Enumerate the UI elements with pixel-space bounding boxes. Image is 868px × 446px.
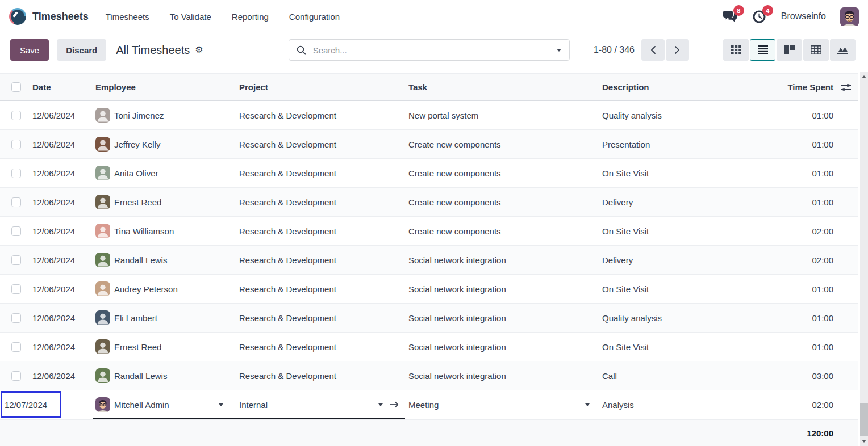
search-dropdown-toggle[interactable] — [549, 40, 569, 60]
cell-task[interactable]: Social network integration — [408, 371, 602, 381]
cell-project-editing[interactable]: Internal — [239, 400, 408, 410]
kanban-view-button[interactable] — [777, 39, 802, 61]
cell-project[interactable]: Research & Development — [239, 197, 408, 207]
cell-date[interactable]: 12/06/2024 — [28, 226, 93, 236]
cell-employee-editing[interactable]: Mitchell Admin — [93, 397, 239, 412]
row-checkbox[interactable] — [11, 169, 21, 178]
pivot-view-button[interactable] — [803, 39, 829, 61]
cell-date[interactable]: 12/06/2024 — [28, 371, 93, 381]
cell-task[interactable]: Create new components — [408, 140, 602, 149]
header-project[interactable]: Project — [239, 82, 408, 92]
task-dropdown-caret-icon[interactable] — [585, 403, 590, 406]
cell-date[interactable]: 12/06/2024 — [28, 111, 93, 120]
grid-view-button[interactable] — [723, 39, 749, 61]
cell-time-spent[interactable]: 01:00 — [777, 197, 833, 207]
scroll-up-arrow-icon[interactable] — [862, 75, 866, 78]
cell-time-spent[interactable]: 01:00 — [777, 342, 833, 352]
employee-dropdown-caret-icon[interactable] — [219, 403, 223, 406]
row-checkbox[interactable] — [11, 284, 21, 294]
cell-task-editing[interactable]: Meeting — [408, 400, 602, 410]
cell-description[interactable]: On Site Visit — [602, 169, 777, 178]
scrollbar-thumb[interactable] — [860, 403, 868, 436]
pager-next-button[interactable] — [666, 39, 689, 61]
table-row[interactable]: 12/06/2024 Toni Jimenez Research & Devel… — [0, 101, 858, 130]
user-menu-label[interactable]: Browseinfo — [781, 11, 826, 22]
cell-task[interactable]: Create new components — [408, 197, 602, 207]
cell-date[interactable]: 12/06/2024 — [28, 313, 93, 323]
cell-employee[interactable]: Ernest Reed — [93, 195, 239, 209]
row-checkbox[interactable] — [11, 255, 21, 265]
discard-button[interactable]: Discard — [57, 39, 106, 61]
header-employee[interactable]: Employee — [93, 82, 239, 92]
cell-time-spent[interactable]: 01:00 — [777, 313, 833, 323]
row-checkbox[interactable] — [11, 197, 21, 207]
cell-project[interactable]: Research & Development — [239, 255, 408, 265]
cell-task[interactable]: Social network integration — [408, 313, 602, 323]
cell-description[interactable]: Delivery — [602, 197, 777, 207]
cell-time-spent-editing[interactable]: 02:00 — [777, 400, 833, 410]
header-task[interactable]: Task — [408, 82, 602, 92]
user-avatar[interactable] — [840, 7, 859, 26]
cell-date[interactable]: 12/06/2024 — [28, 284, 93, 294]
header-date[interactable]: Date — [28, 82, 93, 92]
cell-description[interactable]: On Site Visit — [602, 342, 777, 352]
header-time-spent[interactable]: Time Spent — [777, 82, 833, 92]
cell-project[interactable]: Research & Development — [239, 226, 408, 236]
cell-description-editing[interactable]: Analysis — [602, 400, 777, 410]
search-input[interactable] — [312, 45, 549, 56]
app-title[interactable]: Timesheets — [32, 11, 89, 23]
cell-project[interactable]: Research & Development — [239, 169, 408, 178]
list-view-button-active[interactable] — [750, 39, 775, 61]
cell-description[interactable]: Quality analysis — [602, 111, 777, 120]
cell-employee[interactable]: Ernest Reed — [93, 339, 239, 354]
internal-link-arrow-icon[interactable] — [390, 401, 399, 408]
cell-time-spent[interactable]: 01:00 — [777, 284, 833, 294]
table-row[interactable]: 12/06/2024 Ernest Reed Research & Develo… — [0, 333, 858, 361]
table-row-editing[interactable]: 12/07/2024 Mitchell Admin Internal — [0, 390, 858, 419]
cell-project[interactable]: Research & Development — [239, 342, 408, 352]
cell-employee[interactable]: Randall Lewis — [93, 253, 239, 267]
cell-project[interactable]: Research & Development — [239, 313, 408, 323]
row-checkbox[interactable] — [11, 111, 21, 120]
table-row[interactable]: 12/06/2024 Anita Oliver Research & Devel… — [0, 159, 858, 188]
cell-project[interactable]: Research & Development — [239, 140, 408, 149]
menu-item-to-validate[interactable]: To Validate — [170, 12, 211, 22]
menu-item-configuration[interactable]: Configuration — [289, 12, 340, 22]
cell-project[interactable]: Research & Development — [239, 371, 408, 381]
cell-description[interactable]: On Site Visit — [602, 226, 777, 236]
row-checkbox[interactable] — [11, 226, 21, 236]
cell-date[interactable]: 12/06/2024 — [28, 342, 93, 352]
scroll-down-arrow-icon[interactable] — [862, 440, 866, 443]
header-description[interactable]: Description — [602, 82, 777, 92]
cell-employee[interactable]: Anita Oliver — [93, 166, 239, 180]
row-checkbox[interactable] — [11, 140, 21, 149]
table-row[interactable]: 12/06/2024 Jeffrey Kelly Research & Deve… — [0, 130, 858, 159]
row-checkbox[interactable] — [11, 313, 21, 323]
cell-task[interactable]: New portal system — [408, 111, 602, 120]
cell-employee[interactable]: Jeffrey Kelly — [93, 137, 239, 152]
cell-time-spent[interactable]: 02:00 — [777, 226, 833, 236]
cell-time-spent[interactable]: 02:00 — [777, 255, 833, 265]
vertical-scrollbar[interactable] — [860, 72, 868, 446]
cell-task[interactable]: Create new components — [408, 169, 602, 178]
save-button[interactable]: Save — [10, 39, 49, 61]
cell-time-spent[interactable]: 01:00 — [777, 140, 833, 149]
messages-button[interactable]: 8 — [723, 10, 738, 23]
cell-date[interactable]: 12/06/2024 — [28, 140, 93, 149]
row-checkbox[interactable] — [11, 342, 21, 352]
date-focus-box[interactable]: 12/07/2024 — [1, 391, 61, 418]
cell-date[interactable]: 12/06/2024 — [28, 197, 93, 207]
cell-date[interactable]: 12/06/2024 — [28, 255, 93, 265]
cell-task[interactable]: Create new components — [408, 226, 602, 236]
cell-task[interactable]: Social network integration — [408, 284, 602, 294]
graph-view-button[interactable] — [830, 39, 856, 61]
cell-employee[interactable]: Toni Jimenez — [93, 108, 239, 123]
pager-previous-button[interactable] — [641, 39, 665, 61]
table-row[interactable]: 12/06/2024 Eli Lambert Research & Develo… — [0, 304, 858, 333]
cell-time-spent[interactable]: 01:00 — [777, 169, 833, 178]
cell-time-spent[interactable]: 01:00 — [777, 111, 833, 120]
cell-employee[interactable]: Randall Lewis — [93, 368, 239, 383]
table-row[interactable]: 12/06/2024 Ernest Reed Research & Develo… — [0, 188, 858, 217]
cell-task[interactable]: Social network integration — [408, 342, 602, 352]
cell-time-spent[interactable]: 03:00 — [777, 371, 833, 381]
